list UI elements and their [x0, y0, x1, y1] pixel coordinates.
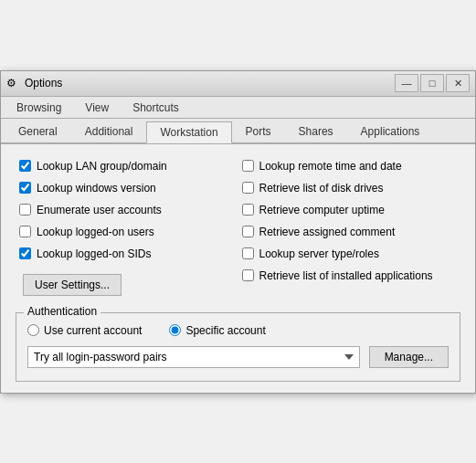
title-bar: ⚙ Options — □ ✕: [1, 71, 475, 97]
checkbox-enumerate[interactable]: [19, 204, 31, 216]
checkbox-item: Lookup server type/roles: [238, 243, 461, 265]
tab-view[interactable]: View: [73, 98, 121, 118]
checkbox-item: Lookup logged-on users: [16, 221, 238, 243]
checkbox-item: Retrieve list of installed applications: [238, 265, 461, 287]
checkbox-item: Retrieve computer uptime: [238, 199, 461, 221]
window-title: Options: [25, 77, 62, 89]
radio-specific-input[interactable]: [169, 324, 181, 336]
checkbox-uptime[interactable]: [242, 204, 254, 216]
window-icon: ⚙: [6, 77, 19, 89]
checkbox-disk-drives[interactable]: [242, 182, 254, 194]
checkbox-label: Retrieve list of installed applications: [259, 269, 433, 282]
tab-additional[interactable]: Additional: [71, 121, 147, 142]
login-pairs-dropdown[interactable]: Try all login-password pairs: [27, 346, 360, 368]
title-bar-left: ⚙ Options: [6, 77, 62, 89]
checkbox-item: Retrieve assigned comment: [238, 221, 461, 243]
checkbox-installed-apps[interactable]: [242, 269, 254, 281]
checkbox-server-type[interactable]: [242, 247, 254, 259]
checkbox-label: Lookup remote time and date: [259, 160, 402, 173]
tab-general[interactable]: General: [5, 121, 71, 142]
checkbox-label: Retrieve assigned comment: [259, 226, 396, 238]
auth-radios: Use current account Specific account: [27, 324, 449, 337]
authentication-section: Authentication Use current account Speci…: [16, 312, 460, 382]
radio-current-label: Use current account: [44, 324, 142, 337]
tab-workstation[interactable]: Workstation: [146, 121, 231, 143]
radio-specific-account[interactable]: Specific account: [169, 324, 265, 337]
options-window: ⚙ Options — □ ✕ Browsing View Shortcuts …: [0, 70, 476, 394]
auth-legend: Authentication: [24, 305, 100, 318]
checkbox-label: Lookup windows version: [37, 182, 156, 195]
tab-shortcuts[interactable]: Shortcuts: [121, 98, 191, 118]
checkbox-lookup-windows[interactable]: [19, 182, 31, 194]
title-buttons: — □ ✕: [395, 74, 470, 92]
tab-row-2: General Additional Workstation Ports Sha…: [1, 119, 475, 144]
manage-button[interactable]: Manage...: [369, 346, 449, 368]
checkbox-label: Retrieve list of disk drives: [259, 182, 384, 195]
maximize-button[interactable]: □: [420, 74, 444, 92]
radio-current-account[interactable]: Use current account: [27, 324, 142, 337]
tab-row-1: Browsing View Shortcuts: [1, 97, 475, 119]
minimize-button[interactable]: —: [395, 74, 418, 92]
main-content: Lookup LAN group/domain Lookup windows v…: [1, 144, 475, 393]
checkbox-label: Lookup LAN group/domain: [37, 160, 167, 173]
checkbox-item: Lookup logged-on SIDs: [16, 243, 238, 265]
radio-current-input[interactable]: [27, 324, 39, 336]
auth-bottom: Try all login-password pairs Manage...: [27, 346, 449, 368]
tab-shares[interactable]: Shares: [285, 121, 347, 142]
checkbox-logged-users[interactable]: [19, 226, 31, 237]
checkbox-item: Lookup windows version: [16, 177, 238, 199]
checkbox-logged-sids[interactable]: [19, 247, 31, 259]
left-column: Lookup LAN group/domain Lookup windows v…: [16, 155, 238, 303]
checkbox-item: Retrieve list of disk drives: [238, 177, 461, 199]
close-button[interactable]: ✕: [446, 74, 470, 92]
checkbox-label: Lookup logged-on SIDs: [37, 247, 151, 260]
tab-ports[interactable]: Ports: [232, 121, 285, 142]
checkbox-label: Retrieve computer uptime: [259, 204, 385, 216]
checkbox-label: Lookup server type/roles: [259, 247, 379, 260]
user-settings-button[interactable]: User Settings...: [23, 274, 122, 296]
radio-specific-label: Specific account: [185, 324, 265, 337]
checkbox-item: Lookup LAN group/domain: [16, 155, 238, 177]
checkbox-assigned-comment[interactable]: [242, 226, 254, 237]
checkbox-label: Lookup logged-on users: [37, 226, 154, 238]
tab-browsing[interactable]: Browsing: [5, 98, 73, 118]
checkbox-item: Lookup remote time and date: [238, 155, 461, 177]
checkboxes-grid: Lookup LAN group/domain Lookup windows v…: [16, 155, 460, 303]
checkbox-item: Enumerate user accounts: [16, 199, 238, 221]
checkbox-label: Enumerate user accounts: [37, 204, 162, 216]
checkbox-lookup-lan[interactable]: [19, 160, 31, 172]
tab-applications[interactable]: Applications: [347, 121, 434, 142]
right-column: Lookup remote time and date Retrieve lis…: [238, 155, 461, 303]
checkbox-remote-time[interactable]: [242, 160, 254, 172]
